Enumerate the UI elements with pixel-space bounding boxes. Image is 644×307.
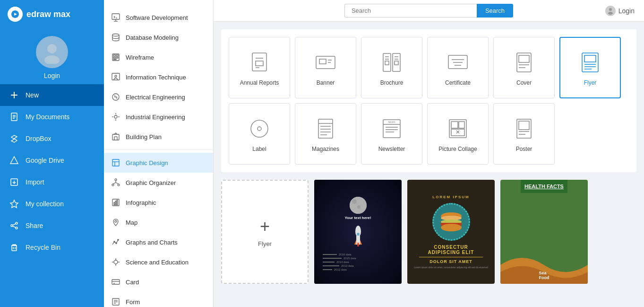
templates-section: + Flyer Your text here! (221, 180, 636, 284)
sidebar-item-google-drive[interactable]: Google Drive (0, 149, 104, 171)
cover-card-icon (511, 49, 537, 76)
drive-icon (9, 155, 20, 166)
label-card-icon (246, 115, 273, 142)
template-hamburger-flyer[interactable]: LOREM IPSUM CONSECTUR (407, 180, 495, 284)
svg-rect-118 (451, 122, 458, 128)
svg-marker-12 (10, 200, 18, 208)
docs-icon (9, 111, 20, 123)
sidebar-item-dropbox[interactable]: DropBox (0, 128, 104, 149)
star-icon (9, 198, 20, 210)
blank-template-label: Flyer (258, 240, 272, 247)
template-blank[interactable]: + Flyer (221, 180, 309, 284)
middle-item-wireframe[interactable]: Wireframe (104, 47, 213, 67)
template-space-flyer[interactable]: Your text here! 2 (314, 180, 402, 284)
sidebar-nav: New My Documents DropBox Google Drive (0, 84, 104, 307)
category-certificate[interactable]: Certificate (427, 37, 489, 98)
category-newsletter[interactable]: NEWS Newsletter (361, 103, 422, 165)
svg-rect-30 (113, 59, 116, 60)
sidebar-item-new[interactable]: New (0, 84, 104, 106)
middle-item-graphic-design[interactable]: Graphic Design (104, 153, 213, 173)
middle-item-infographic[interactable]: Infographic (104, 193, 213, 212)
search-button[interactable]: Search (477, 4, 513, 18)
main-content: Search Login Annual R (214, 0, 644, 307)
middle-item-building-plan[interactable]: Building Plan (104, 127, 213, 147)
logo-bar: edraw max (0, 0, 104, 28)
svg-point-138 (441, 224, 462, 231)
middle-item-database-modeling[interactable]: Database Modeling (104, 27, 213, 47)
middle-item-card[interactable]: Card (104, 272, 213, 292)
svg-point-72 (609, 8, 612, 11)
svg-rect-43 (112, 159, 119, 166)
svg-rect-3 (11, 95, 17, 96)
category-brochure[interactable]: Brochure (361, 37, 422, 98)
svg-rect-31 (112, 73, 120, 80)
infographic-icon (111, 197, 121, 208)
trash-icon (9, 242, 20, 253)
card-icon (111, 277, 121, 287)
middle-item-map[interactable]: Map (104, 212, 213, 232)
science-icon (111, 257, 121, 267)
svg-line-16 (13, 224, 16, 225)
hamburger-body: Lorem ipsum dolor sit amet, consectetur … (414, 266, 488, 269)
svg-text:NEWS: NEWS (388, 121, 396, 123)
svg-rect-95 (519, 55, 529, 62)
category-picture-collage[interactable]: Picture Collage (427, 103, 489, 165)
middle-item-electrical-engineering-label: Electrical Engineering (126, 94, 185, 101)
dropbox-icon (9, 133, 20, 144)
template-health-flyer[interactable]: HEALTH FACTS Sea Food (500, 180, 588, 284)
certificate-card-icon (445, 49, 471, 76)
category-annual-reports[interactable]: Annual Reports (229, 37, 290, 98)
svg-rect-90 (448, 55, 467, 69)
category-banner[interactable]: Banner (295, 37, 356, 98)
svg-point-131 (357, 233, 360, 236)
middle-item-graphs-charts-label: Graphs and Charts (126, 239, 178, 246)
svg-point-56 (115, 220, 117, 222)
search-input[interactable] (344, 4, 477, 18)
plus-icon (9, 89, 20, 101)
charts-icon (111, 237, 121, 247)
category-flyer[interactable]: Flyer (559, 37, 621, 98)
sidebar-item-share-label: Share (26, 222, 43, 229)
svg-rect-18 (12, 246, 17, 251)
middle-item-graphs-charts[interactable]: Graphs and Charts (104, 232, 213, 252)
sidebar-item-import[interactable]: Import (0, 171, 104, 193)
sidebar-item-my-documents-label: My Documents (26, 113, 69, 121)
sidebar-item-my-documents[interactable]: My Documents (0, 106, 104, 128)
svg-rect-78 (316, 56, 335, 69)
sidebar-item-google-drive-label: Google Drive (26, 157, 64, 164)
middle-item-form-label: Form (126, 298, 140, 306)
middle-item-information-technique[interactable]: Information Technique (104, 67, 213, 87)
sidebar-item-share[interactable]: Share (0, 215, 104, 237)
category-magazines[interactable]: Magazines (295, 103, 356, 165)
sidebar-item-my-collection[interactable]: My collection (0, 193, 104, 215)
svg-rect-76 (256, 61, 263, 66)
svg-line-50 (113, 183, 116, 184)
brochure-card-icon (378, 49, 405, 76)
middle-item-science-education-label: Science and Education (126, 259, 189, 266)
category-cover[interactable]: Cover (493, 37, 555, 98)
content-area: Annual Reports Banner (214, 22, 644, 307)
topbar-login-label[interactable]: Login (618, 7, 635, 15)
svg-marker-130 (360, 240, 362, 245)
category-poster[interactable]: Poster (493, 103, 555, 165)
middle-item-software-dev[interactable]: Software Development (104, 8, 213, 27)
middle-item-industrial-engineering-label: Industrial Engineering (126, 114, 185, 121)
svg-rect-65 (112, 280, 120, 284)
sidebar: edraw max Login New My Documents (0, 0, 104, 307)
middle-item-electrical-engineering[interactable]: Electrical Engineering (104, 87, 213, 107)
health-seafood: Sea Food (539, 271, 550, 280)
software-dev-icon (111, 12, 121, 23)
middle-item-graphic-organizer[interactable]: Graphic Organizer (104, 173, 213, 193)
poster-label: Poster (516, 146, 532, 152)
svg-rect-39 (112, 134, 119, 140)
sidebar-login-label[interactable]: Login (44, 72, 60, 79)
category-label[interactable]: Label (229, 103, 290, 165)
svg-line-17 (13, 226, 16, 228)
middle-item-industrial-engineering[interactable]: Industrial Engineering (104, 107, 213, 127)
middle-item-science-education[interactable]: Science and Education (104, 252, 213, 272)
avatar (36, 36, 68, 68)
middle-item-form[interactable]: Form (104, 292, 213, 307)
brochure-label: Brochure (380, 79, 404, 86)
sidebar-item-recycle-bin[interactable]: Recycle Bin (0, 237, 104, 258)
svg-rect-124 (519, 121, 529, 130)
